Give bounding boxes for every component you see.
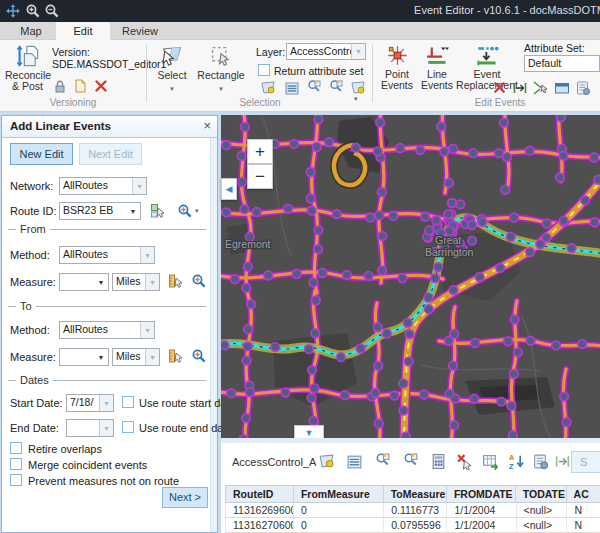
merge-coincident-label: Merge coincident events [28, 459, 147, 471]
route-id-dropdown-caret[interactable]: ▾ [126, 203, 140, 219]
highlight-selection-caret[interactable]: ▾ [354, 96, 358, 102]
attribute-window-icon[interactable] [554, 80, 571, 97]
to-unit-dropdown[interactable]: Miles ▾ [112, 348, 160, 366]
network-dropdown-caret[interactable]: ▾ [132, 178, 146, 194]
use-route-end-date-checkbox[interactable] [122, 421, 134, 433]
zoom-to-selected-icon[interactable] [374, 453, 391, 470]
next-edit-button[interactable]: Next Edit [79, 143, 142, 165]
to-legend: To [16, 300, 36, 312]
collapse-panel-icon[interactable]: ◀ [221, 178, 237, 200]
merge-events-icon[interactable] [533, 80, 550, 97]
from-method-caret[interactable]: ▾ [140, 247, 154, 263]
shift-event-icon[interactable] [512, 80, 529, 97]
column-header[interactable]: FromMeasure [294, 486, 384, 502]
open-form-icon[interactable] [532, 453, 549, 470]
prevent-measures-checkbox[interactable] [10, 474, 22, 486]
table-toolbar: AccessControl_A S [221, 443, 600, 481]
unlock-version-icon[interactable] [52, 78, 69, 95]
zoom-to-route-icon[interactable] [177, 203, 194, 220]
collapse-table-icon[interactable]: ▼ [294, 425, 324, 439]
map-view[interactable]: Egremont Great Barrington [221, 115, 600, 438]
to-measure-caret[interactable]: ▾ [94, 349, 108, 365]
table-list-icon[interactable] [346, 453, 363, 470]
table-header-row: RouteID FromMeasure ToMeasure FROMDATE T… [225, 485, 600, 503]
column-header[interactable]: FROMDATE [447, 486, 516, 502]
point-events-button[interactable]: Point Events [378, 44, 416, 91]
tab-map[interactable]: Map [8, 22, 54, 40]
layer-dropdown-caret[interactable]: ▾ [351, 44, 365, 59]
select-route-on-map-icon[interactable] [150, 203, 167, 220]
merge-coincident-checkbox[interactable] [10, 458, 22, 470]
to-method-dropdown[interactable]: AllRoutes ▾ [59, 321, 155, 339]
column-header[interactable]: AC [567, 486, 600, 502]
from-unit-caret[interactable]: ▾ [145, 274, 159, 290]
map-zoom-in-button[interactable]: + [247, 139, 273, 164]
zoom-to-event-icon[interactable] [402, 453, 419, 470]
from-zoom-icon[interactable] [191, 273, 208, 290]
next-button[interactable]: Next > [162, 487, 208, 508]
layer-dropdown[interactable]: AccessControl_A ▾ [286, 43, 366, 60]
from-measure-dropdown[interactable]: ▾ [59, 273, 109, 291]
column-header[interactable]: TODATE [516, 486, 567, 502]
tab-review[interactable]: Review [112, 22, 168, 40]
zoom-to-route-caret[interactable]: ▾ [195, 208, 199, 214]
to-measure-pick-icon[interactable] [168, 348, 185, 365]
select-by-polygon-icon[interactable] [318, 453, 335, 470]
rectangle-select-button[interactable]: Rectangle ▾ [196, 44, 246, 93]
selection-list-icon[interactable] [284, 80, 301, 97]
copy-attributes-icon[interactable] [575, 80, 592, 97]
to-unit-caret[interactable]: ▾ [145, 349, 159, 365]
from-measure-caret[interactable]: ▾ [94, 274, 108, 290]
table-row[interactable]: 11316269600 0 0.1116773 1/1/2004 <null> … [225, 503, 600, 518]
pan-icon[interactable] [5, 3, 21, 19]
line-events-button[interactable]: Line Events [418, 44, 456, 91]
network-dropdown[interactable]: AllRoutes ▾ [59, 177, 147, 195]
route-id-dropdown[interactable]: BSR23 EB ▾ [59, 202, 141, 220]
close-icon[interactable]: × [203, 118, 211, 133]
to-measure-dropdown[interactable]: ▾ [59, 348, 109, 366]
new-edit-button[interactable]: New Edit [10, 143, 73, 165]
end-date-dropdown[interactable]: ▾ [66, 419, 114, 437]
new-version-icon[interactable] [72, 78, 89, 95]
select-attributes-icon[interactable] [260, 80, 277, 97]
from-measure-pick-icon[interactable] [168, 273, 185, 290]
zoom-to-selection-icon[interactable] [306, 80, 323, 97]
from-unit-dropdown[interactable]: Miles ▾ [112, 273, 160, 291]
group-separator [372, 44, 373, 102]
tab-edit[interactable]: Edit [56, 22, 110, 40]
start-date-dropdown[interactable]: 7/18/ ▾ [66, 394, 114, 412]
table-row[interactable]: 11316270600 0 0.0795596 1/1/2004 <null> … [225, 518, 600, 533]
title-bar: Event Editor - v10.6.1 - docMassDOTM [0, 0, 600, 22]
zoom-to-next-icon[interactable] [328, 80, 345, 97]
delete-event-icon[interactable] [492, 80, 509, 97]
map-zoom-out-button[interactable]: − [247, 164, 273, 189]
start-date-caret[interactable]: ▾ [99, 395, 113, 411]
calculator-icon[interactable] [430, 453, 447, 470]
delete-version-icon[interactable] [93, 78, 110, 95]
rectangle-dropdown-caret[interactable]: ▾ [219, 85, 223, 92]
column-header[interactable]: ToMeasure [384, 486, 447, 502]
export-table-icon[interactable] [482, 453, 499, 470]
to-zoom-icon[interactable] [191, 348, 208, 365]
column-header[interactable]: RouteID [226, 486, 294, 502]
end-date-caret[interactable]: ▾ [99, 420, 113, 436]
retire-overlaps-label: Retire overlaps [28, 443, 102, 455]
highlight-selection-icon[interactable] [350, 80, 367, 97]
panel-scrollbar[interactable] [210, 138, 217, 532]
reconcile-post-button[interactable]: Reconcile & Post [5, 44, 50, 92]
zoom-in-icon[interactable] [25, 3, 41, 19]
attribute-set-field[interactable]: Default [524, 55, 600, 72]
to-method-caret[interactable]: ▾ [140, 322, 154, 338]
return-attribute-set-checkbox[interactable] [258, 64, 270, 76]
retire-overlaps-checkbox[interactable] [10, 442, 22, 454]
select-dropdown-caret[interactable]: ▾ [170, 85, 174, 92]
delete-selected-icon[interactable] [456, 453, 473, 470]
use-route-start-date-checkbox[interactable] [122, 396, 134, 408]
from-method-dropdown[interactable]: AllRoutes ▾ [59, 246, 155, 264]
from-section: From [8, 229, 206, 230]
clipped-toolbar-button[interactable]: S [571, 451, 600, 473]
select-button[interactable]: Select ▾ [152, 44, 192, 93]
sort-icon[interactable] [508, 453, 525, 470]
zoom-out-icon[interactable] [44, 3, 60, 19]
shift-record-icon[interactable] [554, 453, 571, 470]
